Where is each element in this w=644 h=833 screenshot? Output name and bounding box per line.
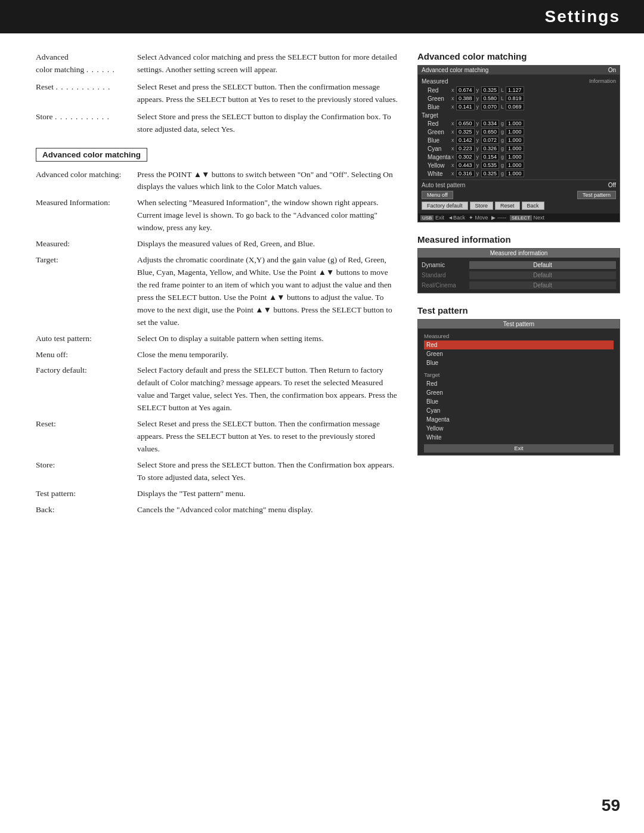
test-target-magenta: Magenta: [424, 415, 614, 424]
acm-subsection: Advanced color matching: Press the POINT…: [36, 169, 400, 516]
target-green-y: 0.650: [481, 128, 500, 135]
measured-blue-label: Blue: [422, 104, 451, 110]
test-target-red: Red: [424, 379, 614, 388]
test-pattern-button[interactable]: Test pattern: [577, 191, 616, 199]
target-magenta-label: Magenta: [422, 154, 451, 160]
acm-sub-item-0: Advanced color matching: Press the POINT…: [36, 169, 400, 194]
target-red-g: 1.000: [506, 120, 524, 127]
target-green-x: 0.325: [456, 128, 475, 135]
acm-sub-desc-1: When selecting "Measured Information", t…: [137, 197, 400, 234]
intro-item-reset: Reset . . . . . . . . . . . Select Reset…: [36, 81, 400, 106]
target-magenta-y: 0.154: [481, 153, 500, 160]
acm-sub-item-9: Test pattern: Displays the "Test pattern…: [36, 488, 400, 500]
factory-default-button[interactable]: Factory default: [422, 202, 468, 210]
acm-sub-label-1: Measured Information:: [36, 197, 137, 234]
measured-red-y: 0.325: [481, 86, 500, 94]
measured-row-red: Red x 0.674 y 0.325 L 1.127: [422, 86, 616, 94]
target-white-g: 1.000: [506, 170, 524, 177]
button-row-1: Menu off Test pattern: [422, 190, 616, 200]
measured-red-l: 1.127: [506, 86, 524, 94]
acm-sub-item-6: Factory default: Select Factory default …: [36, 364, 400, 414]
intro-item-acm: Advancedcolor matching . . . . . . Selec…: [36, 51, 400, 76]
button-row-2: Factory default Store Reset Back: [422, 200, 616, 211]
acm-sub-desc-7: Select Reset and press the SELECT button…: [137, 418, 400, 456]
nav-back: ◄Back: [448, 215, 465, 221]
measured-row-green: Green x 0.388 y 0.580 L 0.819: [422, 94, 616, 103]
acm-sub-desc-9: Displays the "Test pattern" menu.: [137, 488, 400, 500]
acm-sub-item-3: Target: Adjusts the chromatic coordinate…: [36, 254, 400, 329]
target-row-white: White x 0.316 y 0.325 g 1.000: [422, 169, 616, 178]
acm-panel-on-val: On: [608, 67, 616, 73]
auto-test-label: Auto test pattern: [422, 182, 465, 188]
right-column: Advanced color matching Advanced color m…: [417, 51, 620, 526]
target-yellow-label: Yellow: [422, 162, 451, 169]
intro-section: Advancedcolor matching . . . . . . Selec…: [36, 51, 400, 136]
acm-sub-item-5: Menu off: Close the menu temporarily.: [36, 349, 400, 361]
measured-panel-header: Measured information: [418, 249, 620, 258]
target-white-label: White: [422, 171, 451, 177]
target-yellow-x: 0.443: [456, 162, 475, 169]
test-panel-title: Test pattern: [417, 305, 620, 315]
test-target-yellow: Yellow: [424, 424, 614, 433]
acm-section-header: Advanced color matching: [36, 148, 147, 162]
acm-sub-desc-6: Select Factory default and press the SEL…: [137, 364, 400, 414]
measured-green-l: 0.819: [506, 95, 524, 102]
test-panel-header: Test pattern: [418, 320, 620, 329]
measured-dynamic-label: Dynamic: [422, 262, 469, 268]
target-green-g: 1.000: [506, 128, 524, 135]
intro-label-reset: Reset . . . . . . . . . . .: [36, 81, 137, 106]
left-column: Advancedcolor matching . . . . . . Selec…: [36, 51, 400, 526]
target-row-green: Green x 0.325 y 0.650 g 1.000: [422, 128, 616, 136]
nav-usb-exit: USB Exit: [420, 215, 444, 221]
acm-sub-desc-8: Select Store and press the SELECT button…: [137, 459, 400, 484]
nav-select: SELECT Next: [510, 215, 544, 221]
target-row-cyan: Cyan x 0.223 y 0.326 g 1.000: [422, 144, 616, 153]
acm-sub-desc-3: Adjusts the chromatic coordinate (X,Y) a…: [137, 254, 400, 329]
test-target-white: White: [424, 433, 614, 442]
acm-sub-label-7: Reset:: [36, 418, 137, 456]
target-rows: Red x 0.650 y 0.334 g 1.000 Green x 0.32…: [422, 119, 616, 178]
measured-realcinema-row: Real/Cinema Default: [422, 280, 616, 290]
test-target-blue: Blue: [424, 397, 614, 406]
target-row-magenta: Magenta x 0.302 y 0.154 g 1.000: [422, 153, 616, 161]
target-cyan-x: 0.223: [456, 145, 475, 152]
acm-sub-label-5: Menu off:: [36, 349, 137, 361]
intro-label-store: Store . . . . . . . . . . .: [36, 111, 137, 136]
nav-arrow: ▶ -----: [491, 215, 506, 221]
acm-sub-item-4: Auto test pattern: Select On to display …: [36, 333, 400, 345]
content-area: Advancedcolor matching . . . . . . Selec…: [0, 33, 644, 562]
page-header: Settings: [0, 0, 644, 33]
nav-move: ✦ Move: [469, 215, 488, 221]
store-button[interactable]: Store: [470, 202, 494, 210]
acm-sub-label-0: Advanced color matching:: [36, 169, 137, 194]
test-exit-button[interactable]: Exit: [424, 444, 614, 453]
acm-sub-desc-2: Displays the measured values of Red, Gre…: [137, 238, 400, 250]
reset-button[interactable]: Reset: [495, 202, 520, 210]
test-measured-blue: Blue: [424, 358, 614, 367]
intro-desc-reset: Select Reset and press the SELECT button…: [137, 81, 400, 106]
acm-sub-item-10: Back: Cancels the "Advanced color matchi…: [36, 504, 400, 516]
measured-info-panel: Measured information Dynamic Default Sta…: [417, 248, 620, 293]
intro-label-acm: Advancedcolor matching . . . . . .: [36, 51, 137, 76]
target-cyan-y: 0.326: [481, 145, 500, 152]
target-green-label: Green: [422, 129, 451, 135]
target-yellow-y: 0.535: [481, 162, 500, 169]
back-button[interactable]: Back: [522, 202, 544, 210]
intro-desc-acm: Select Advanced color matching and press…: [137, 51, 400, 76]
measured-standard-label: Standard: [422, 272, 469, 278]
info-section-label: Information: [589, 78, 616, 85]
measured-dynamic-val: Default: [469, 261, 616, 269]
target-blue-label: Blue: [422, 137, 451, 144]
page-title: Settings: [545, 7, 620, 26]
menu-off-button[interactable]: Menu off: [422, 191, 453, 199]
target-magenta-g: 1.000: [506, 153, 524, 160]
target-magenta-x: 0.302: [456, 153, 475, 160]
measured-realcinema-val: Default: [469, 281, 616, 289]
measured-rows: Red x 0.674 y 0.325 L 1.127 Green x 0.38…: [422, 86, 616, 111]
acm-sub-label-3: Target:: [36, 254, 137, 329]
auto-test-val: Off: [608, 182, 616, 188]
target-section-label-row: Target: [422, 111, 616, 119]
measured-section-label: Measured: [422, 78, 448, 85]
test-target-cyan: Cyan: [424, 406, 614, 415]
target-cyan-g: 1.000: [506, 145, 524, 152]
